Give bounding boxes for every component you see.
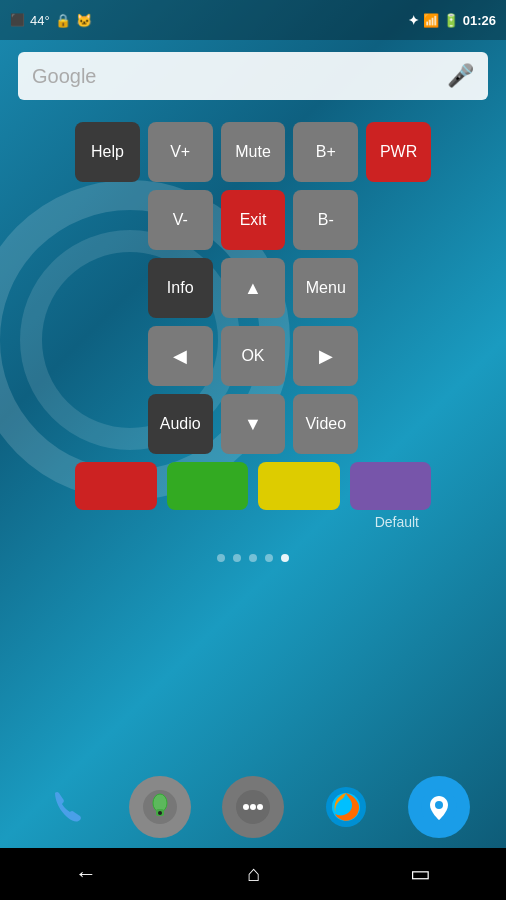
status-icon-battery: 🔋 <box>443 13 459 28</box>
page-dot-4 <box>265 554 273 562</box>
dock <box>0 766 506 848</box>
status-icon-sim: ⬛ <box>10 13 25 27</box>
page-dot-5 <box>281 554 289 562</box>
remote-widget: Help V+ Mute B+ PWR V- Exit B- Info ▲ Me… <box>63 112 443 540</box>
status-icon-lock: 🔒 <box>55 13 71 28</box>
remote-row-1: Help V+ Mute B+ PWR <box>75 122 431 182</box>
left-button[interactable]: ◀ <box>148 326 213 386</box>
page-dot-1 <box>217 554 225 562</box>
svg-point-3 <box>158 811 162 815</box>
down-button[interactable]: ▼ <box>221 394 286 454</box>
remote-row-4: ◀ OK ▶ <box>75 326 431 386</box>
brightness-up-button[interactable]: B+ <box>293 122 358 182</box>
status-icon-signal: 📶 <box>423 13 439 28</box>
ok-button[interactable]: OK <box>221 326 286 386</box>
status-right-icons: ✦ 📶 🔋 01:26 <box>408 13 496 28</box>
page-dots <box>0 554 506 562</box>
status-temperature: 44° <box>30 13 50 28</box>
dock-phone-icon[interactable] <box>36 776 98 838</box>
dock-launcher-icon[interactable] <box>222 776 284 838</box>
status-time: 01:26 <box>463 13 496 28</box>
up-button[interactable]: ▲ <box>221 258 286 318</box>
home-button[interactable]: ⌂ <box>227 853 280 895</box>
default-label: Default <box>75 514 419 530</box>
audio-button[interactable]: Audio <box>148 394 213 454</box>
color-buttons-row <box>75 462 431 510</box>
page-dot-2 <box>233 554 241 562</box>
remote-row-3: Info ▲ Menu <box>75 258 431 318</box>
exit-button[interactable]: Exit <box>221 190 286 250</box>
power-button[interactable]: PWR <box>366 122 431 182</box>
info-button[interactable]: Info <box>148 258 213 318</box>
search-bar[interactable]: Google 🎤 <box>18 52 488 100</box>
dock-maps-icon[interactable] <box>408 776 470 838</box>
mute-button[interactable]: Mute <box>221 122 286 182</box>
status-bar: ⬛ 44° 🔒 🐱 ✦ 📶 🔋 01:26 <box>0 0 506 40</box>
svg-point-11 <box>435 801 443 809</box>
volume-up-button[interactable]: V+ <box>148 122 213 182</box>
back-button[interactable]: ← <box>55 853 117 895</box>
brightness-down-button[interactable]: B- <box>293 190 358 250</box>
svg-point-6 <box>250 804 256 810</box>
red-color-button[interactable] <box>75 462 157 510</box>
green-color-button[interactable] <box>167 462 249 510</box>
status-left-icons: ⬛ 44° 🔒 🐱 <box>10 13 92 28</box>
yellow-color-button[interactable] <box>258 462 340 510</box>
purple-color-button[interactable] <box>350 462 432 510</box>
search-placeholder: Google <box>32 65 97 88</box>
status-icon-bluetooth: ✦ <box>408 13 419 28</box>
remote-row-2: V- Exit B- <box>75 190 431 250</box>
video-button[interactable]: Video <box>293 394 358 454</box>
recents-button[interactable]: ▭ <box>390 853 451 895</box>
svg-point-7 <box>257 804 263 810</box>
menu-button[interactable]: Menu <box>293 258 358 318</box>
right-button[interactable]: ▶ <box>293 326 358 386</box>
remote-row-5: Audio ▼ Video <box>75 394 431 454</box>
nav-bar: ← ⌂ ▭ <box>0 848 506 900</box>
svg-point-5 <box>243 804 249 810</box>
volume-down-button[interactable]: V- <box>148 190 213 250</box>
dock-firefox-icon[interactable] <box>315 776 377 838</box>
mic-icon[interactable]: 🎤 <box>447 63 474 89</box>
page-dot-3 <box>249 554 257 562</box>
status-icon-cat: 🐱 <box>76 13 92 28</box>
help-button[interactable]: Help <box>75 122 140 182</box>
dock-security-icon[interactable] <box>129 776 191 838</box>
